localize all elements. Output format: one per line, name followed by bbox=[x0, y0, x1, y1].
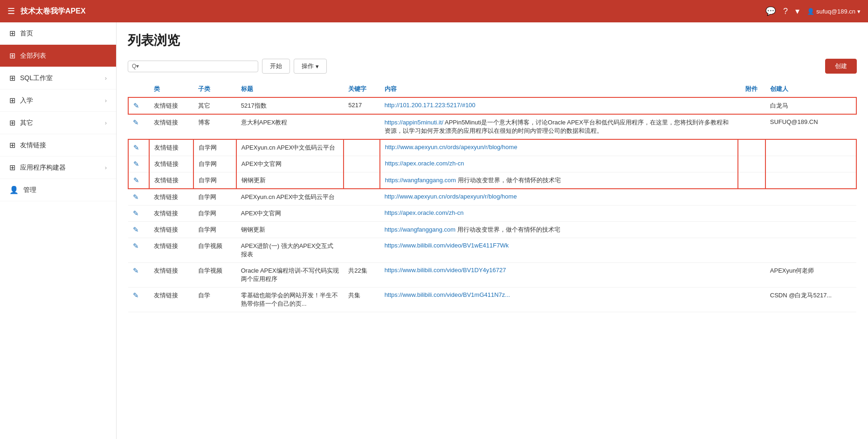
col-header-title[interactable]: 标题 bbox=[236, 81, 344, 97]
edit-icon[interactable]: ✎ bbox=[133, 160, 139, 168]
sidebar-icon: ⊞ bbox=[9, 163, 15, 172]
cell-attachment bbox=[738, 288, 765, 312]
cell-content: https://www.bilibili.com/video/BV1wE411F… bbox=[380, 238, 738, 263]
sidebar-item-entry[interactable]: ⊞ 入学 › bbox=[0, 89, 116, 112]
edit-icon[interactable]: ✎ bbox=[133, 226, 139, 233]
cell-content: https://www.bilibili.com/video/BV1mG411N… bbox=[380, 288, 738, 312]
edit-icon[interactable]: ✎ bbox=[133, 102, 139, 110]
create-button[interactable]: 创建 bbox=[825, 59, 857, 74]
content-link[interactable]: https://wangfanggang.com bbox=[385, 226, 456, 233]
cell-creator bbox=[765, 189, 856, 206]
sidebar-item-label: 入学 bbox=[20, 96, 33, 105]
sidebar-item-other[interactable]: ⊞ 其它 › bbox=[0, 112, 116, 134]
chat-icon[interactable]: 💬 bbox=[765, 6, 776, 16]
sidebar-item-admin[interactable]: 👤 管理 bbox=[0, 179, 116, 201]
cell-title: Oracle APEX编程培训-不写代码实现两个应用程序 bbox=[236, 263, 344, 288]
edit-icon[interactable]: ✎ bbox=[133, 209, 139, 217]
sidebar-item-label: 应用程序构建器 bbox=[20, 164, 66, 172]
table-row: ✎友情链接其它5217指数5217http://101.200.171.223:… bbox=[128, 97, 856, 114]
col-header-keyword[interactable]: 关键字 bbox=[344, 81, 379, 97]
col-header-creator[interactable]: 创建人 bbox=[765, 81, 856, 97]
toolbar-left: Q▾ 开始 操作 ▾ bbox=[128, 59, 327, 74]
help-icon[interactable]: ? bbox=[783, 7, 788, 16]
content-link[interactable]: https://apex.oracle.com/zh-cn bbox=[385, 209, 464, 216]
start-button[interactable]: 开始 bbox=[262, 59, 290, 74]
search-chevron-icon[interactable]: Q▾ bbox=[132, 63, 139, 69]
cell-subcategory: 博客 bbox=[193, 114, 236, 139]
content-link[interactable]: https://apex.oracle.com/zh-cn bbox=[385, 160, 464, 167]
content-link[interactable]: https://appin5minuti.it/ bbox=[385, 119, 443, 126]
cell-attachment bbox=[738, 139, 765, 156]
edit-icon[interactable]: ✎ bbox=[133, 242, 139, 250]
cell-keyword bbox=[344, 206, 379, 222]
cell-category: 友情链接 bbox=[149, 222, 193, 238]
edit-icon[interactable]: ✎ bbox=[133, 267, 139, 274]
data-table: 类子类标题关键字内容附件创建人 ✎友情链接其它5217指数5217http://… bbox=[128, 81, 857, 312]
content-link[interactable]: http://www.apexyun.cn/ords/apexyun/r/blo… bbox=[385, 193, 517, 200]
sidebar-item-home[interactable]: ⊞ 首页 bbox=[0, 22, 116, 45]
sidebar-item-label: 其它 bbox=[20, 119, 33, 127]
col-header-content[interactable]: 内容 bbox=[380, 81, 738, 97]
search-input[interactable] bbox=[141, 63, 254, 70]
cell-content: http://www.apexyun.cn/ords/apexyun/r/blo… bbox=[380, 189, 738, 206]
edit-icon[interactable]: ✎ bbox=[133, 176, 139, 184]
sidebar-item-label: SQL工作室 bbox=[20, 74, 53, 82]
user-icon: 👤 bbox=[807, 8, 814, 15]
table-row: ✎友情链接自学零基础也能学会的网站开发！半生不熟带你搭一个自己的页...共集ht… bbox=[128, 288, 856, 312]
cell-title: 钢钢更新 bbox=[236, 222, 344, 238]
app-title: 技术太卷我学APEX bbox=[21, 7, 86, 16]
content-link[interactable]: https://wangfanggang.com bbox=[385, 177, 456, 184]
cell-subcategory: 自学网 bbox=[193, 189, 236, 206]
content-link[interactable]: https://www.bilibili.com/video/BV1DY4y16… bbox=[385, 267, 506, 274]
col-header-attachment[interactable]: 附件 bbox=[738, 81, 765, 97]
edit-icon[interactable]: ✎ bbox=[133, 193, 139, 201]
edit-icon[interactable]: ✎ bbox=[133, 291, 139, 299]
actions-button[interactable]: 操作 ▾ bbox=[294, 59, 327, 74]
cell-attachment bbox=[738, 222, 765, 238]
cell-subcategory: 自学网 bbox=[193, 156, 236, 172]
content-link[interactable]: https://www.bilibili.com/video/BV1mG411N… bbox=[385, 291, 510, 298]
cell-attachment bbox=[738, 238, 765, 263]
cell-content: https://www.bilibili.com/video/BV1DY4y16… bbox=[380, 263, 738, 288]
actions-chevron-icon: ▾ bbox=[316, 63, 319, 70]
header-left: ☰ 技术太卷我学APEX bbox=[7, 6, 86, 16]
cell-title: 5217指数 bbox=[236, 97, 344, 114]
cell-attachment bbox=[738, 156, 765, 172]
cell-content: https://wangfanggang.com 用行动改变世界，做个有情怀的技… bbox=[380, 222, 738, 238]
sidebar-icon: ⊞ bbox=[9, 118, 15, 127]
table-row: ✎友情链接自学网钢钢更新https://wangfanggang.com 用行动… bbox=[128, 222, 856, 238]
content-link[interactable]: http://101.200.171.223:5217/#100 bbox=[385, 102, 475, 109]
cell-content: https://appin5minuti.it/ APPin5Minuti是一个… bbox=[380, 114, 738, 139]
cell-creator bbox=[765, 222, 856, 238]
cell-subcategory: 自学 bbox=[193, 288, 236, 312]
sidebar-item-app-builder[interactable]: ⊞ 应用程序构建器 › bbox=[0, 157, 116, 179]
content-link[interactable]: https://www.bilibili.com/video/BV1wE411F… bbox=[385, 242, 509, 249]
cell-subcategory: 自学网 bbox=[193, 172, 236, 189]
col-header-category[interactable]: 类 bbox=[149, 81, 193, 97]
edit-icon[interactable]: ✎ bbox=[133, 144, 139, 151]
table-row: ✎友情链接自学网APEX中文官网https://apex.oracle.com/… bbox=[128, 156, 856, 172]
main-layout: ⊞ 首页 ⊞ 全部列表 ⊞ SQL工作室 › ⊞ 入学 › ⊞ 其它 › ⊞ 友… bbox=[0, 22, 868, 439]
cell-subcategory: 其它 bbox=[193, 97, 236, 114]
sidebar-item-sql-workshop[interactable]: ⊞ SQL工作室 › bbox=[0, 67, 116, 89]
cell-attachment bbox=[738, 263, 765, 288]
hamburger-icon[interactable]: ☰ bbox=[7, 6, 15, 16]
sidebar-item-links[interactable]: ⊞ 友情链接 bbox=[0, 134, 116, 157]
chevron-down-icon[interactable]: ▾ bbox=[795, 6, 799, 16]
search-box[interactable]: Q▾ bbox=[128, 61, 258, 72]
sidebar-item-label: 友情链接 bbox=[20, 141, 46, 150]
edit-icon[interactable]: ✎ bbox=[133, 118, 139, 126]
col-header-subcategory[interactable]: 子类 bbox=[193, 81, 236, 97]
cell-title: 零基础也能学会的网站开发！半生不熟带你搭一个自己的页... bbox=[236, 288, 344, 312]
sidebar-item-all-tables[interactable]: ⊞ 全部列表 bbox=[0, 45, 116, 67]
content-link[interactable]: http://www.apexyun.cn/ords/apexyun/r/blo… bbox=[385, 144, 517, 151]
cell-attachment bbox=[738, 189, 765, 206]
cell-category: 友情链接 bbox=[149, 206, 193, 222]
actions-label: 操作 bbox=[302, 62, 314, 70]
cell-creator bbox=[765, 172, 856, 189]
table-row: ✎友情链接自学网钢钢更新https://wangfanggang.com 用行动… bbox=[128, 172, 856, 189]
user-info[interactable]: 👤 sufuq@189.cn ▾ bbox=[807, 8, 861, 15]
cell-title: APEX中文官网 bbox=[236, 156, 344, 172]
sidebar-icon: ⊞ bbox=[9, 96, 15, 105]
cell-subcategory: 自学视频 bbox=[193, 263, 236, 288]
